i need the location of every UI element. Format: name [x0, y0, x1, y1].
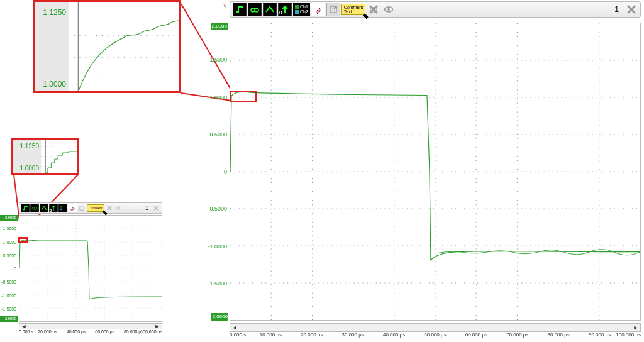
ytick: 0.5000	[3, 253, 16, 257]
small-yaxis: 2.0000 -2.0000 1.5000 1.0000 0.5000 0 -0…	[0, 215, 18, 322]
y-unit-label: v	[211, 3, 228, 9]
svg-rect-37	[80, 206, 84, 210]
delete-x-icon[interactable]	[367, 3, 380, 16]
zoom2-plot	[41, 140, 77, 173]
ycap-bottom: -2.0000	[0, 316, 18, 322]
small-xaxis: ◄ ► 0.000 s 20.000 µs 40.000 µs 60.000 µ…	[19, 323, 162, 338]
glasses-icon[interactable]	[30, 204, 39, 212]
svg-rect-36	[60, 209, 62, 211]
main-toolbar: 0 Ch1 Ch2 Comment Text 1	[230, 1, 641, 18]
xtick: 50.000 µs	[424, 332, 446, 338]
small-plot[interactable]	[19, 215, 162, 322]
scroll-right-icon[interactable]: ►	[154, 323, 160, 329]
ytick: 0	[14, 267, 16, 271]
channel-legend-small	[58, 204, 67, 212]
zoom2-ybot: 1.0000	[19, 165, 39, 172]
glasses-icon[interactable]	[248, 3, 262, 16]
ycap-bottom: -2.0000	[211, 313, 228, 321]
ytick: 1.0000	[209, 94, 227, 101]
eye-icon[interactable]	[382, 3, 396, 16]
comment-button[interactable]: Comment	[87, 204, 104, 212]
xtick: 0.000 s	[230, 332, 246, 338]
ycap-top: 2.0000	[0, 215, 18, 221]
xtick: 100.000 µs	[140, 329, 162, 334]
zoom-inset-large: 1.1250 1.0000	[33, 0, 181, 93]
comment-button[interactable]: Comment Text	[341, 4, 365, 15]
xtick: 100.000 µs	[616, 332, 641, 338]
ytick: -0.5000	[208, 206, 227, 212]
ytick: -1.5000	[208, 280, 227, 287]
step-icon[interactable]	[21, 204, 30, 212]
zoom1-ylabels: 1.1250 1.0000	[35, 2, 69, 91]
svg-point-16	[387, 8, 390, 11]
ytick: -1.0000	[208, 243, 227, 250]
zoom2-ytop: 1.1250	[19, 143, 39, 150]
small-trace	[19, 240, 162, 299]
ytick: 0	[224, 168, 227, 175]
xtick: 80.000 µs	[548, 332, 570, 338]
roof-icon[interactable]	[263, 3, 277, 16]
small-toolbar: 0 Comment 1	[19, 202, 162, 214]
expand-icon[interactable]	[326, 3, 340, 16]
svg-rect-35	[60, 206, 62, 208]
xtick: 60.000 µs	[95, 329, 114, 334]
scroll-right-icon[interactable]: ►	[633, 324, 639, 331]
close-icon[interactable]	[625, 3, 638, 16]
small-oscilloscope: 0 Comment 1 2.0000 -2.0000 1.5000 1.0000	[0, 201, 164, 338]
channel-legend: Ch1 Ch2	[293, 3, 310, 16]
ytick: 1.5000	[209, 57, 227, 63]
main-yaxis: 2.0000 -2.0000 1.5000 1.0000 0.5000 0 -0…	[211, 23, 228, 321]
ytick: 0.5000	[209, 131, 227, 138]
ytick: -0.5000	[1, 280, 16, 284]
svg-point-33	[32, 207, 35, 210]
xtick: 10.000 µs	[260, 332, 282, 338]
xtick: 0.000 s	[19, 329, 33, 334]
up-arrow-icon[interactable]: 0	[49, 204, 58, 212]
xtick: 40.000 µs	[383, 332, 405, 338]
ytick: 1.5000	[3, 226, 16, 231]
eraser-icon[interactable]	[68, 204, 77, 212]
ycap-top: 2.0000	[211, 23, 228, 30]
main-trace-ripple	[438, 250, 640, 255]
roof-icon[interactable]	[40, 204, 48, 212]
page-number: 1	[145, 205, 148, 211]
xtick: 60.000 µs	[465, 332, 487, 338]
ytick: -1.0000	[1, 293, 16, 297]
svg-point-11	[251, 8, 255, 12]
scroll-left-icon[interactable]: ◄	[231, 324, 238, 331]
zoom1-ytop: 1.1250	[43, 8, 66, 17]
xtick: 20.000 µs	[38, 329, 57, 334]
delete-x-icon[interactable]	[105, 204, 114, 212]
up-arrow-icon[interactable]: 0	[278, 3, 292, 16]
close-icon[interactable]	[152, 204, 160, 212]
main-xaxis: ◄ ► 0.000 s 10.000 µs 20.000 µs 30.000 µ…	[230, 323, 641, 342]
page-number: 1	[614, 5, 619, 14]
xtick: 90.000 µs	[589, 332, 611, 338]
ytick: -1.5000	[1, 306, 16, 311]
xtick: 20.000 µs	[301, 332, 323, 338]
main-oscilloscope: v 0 Ch1 Ch2 Comment Text	[211, 0, 643, 342]
xtick: 70.000 µs	[506, 332, 528, 338]
step-icon[interactable]	[233, 3, 247, 16]
main-trace	[230, 92, 640, 260]
svg-point-34	[35, 207, 37, 210]
svg-point-39	[118, 207, 119, 209]
eraser-icon[interactable]	[311, 3, 325, 16]
xtick: 40.000 µs	[67, 329, 86, 334]
xtick: 30.000 µs	[342, 332, 364, 338]
zoom2-trace	[45, 152, 77, 173]
main-plot[interactable]	[230, 23, 641, 321]
ytick: 1.0000	[3, 240, 16, 244]
svg-point-12	[255, 8, 258, 12]
zoom2-ylabels: 1.1250 1.0000	[13, 140, 41, 173]
scroll-left-icon[interactable]: ◄	[21, 323, 27, 329]
expand-icon[interactable]	[77, 204, 86, 212]
zoom1-plot	[69, 2, 179, 91]
zoom-inset-small: 1.1250 1.0000	[11, 138, 79, 175]
zoom1-ybot: 1.0000	[43, 80, 66, 89]
h-scrollbar[interactable]: ◄ ►	[230, 323, 641, 332]
h-scrollbar[interactable]: ◄ ►	[19, 323, 162, 329]
eye-icon[interactable]	[114, 204, 123, 212]
zoom1-trace	[79, 20, 179, 91]
